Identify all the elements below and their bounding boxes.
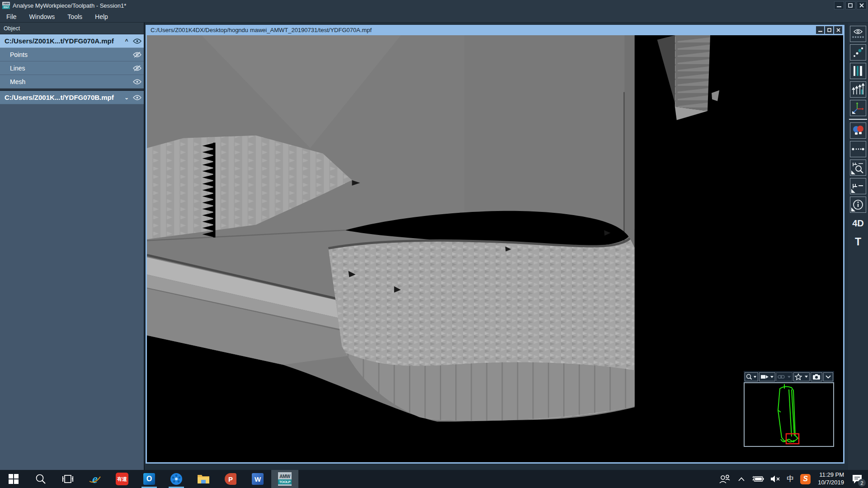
title-bar[interactable]: AMW DOLF Analyse MyWorkpiece/Toolpath - … — [0, 0, 868, 11]
measure-tool[interactable] — [850, 178, 866, 194]
close-button[interactable] — [857, 1, 867, 9]
lines-display-tool[interactable] — [850, 63, 866, 79]
visibility-eye-icon[interactable] — [130, 95, 144, 100]
notification-badge: 2 — [858, 479, 866, 487]
app-logo-icon: AMW DOLF — [2, 2, 10, 9]
stats-arrows-icon — [852, 83, 864, 96]
minimap-favorite-button[interactable] — [793, 372, 810, 381]
start-button[interactable] — [0, 470, 27, 488]
chevron-up-icon — [738, 477, 745, 481]
hidden-icons-button[interactable] — [734, 470, 749, 488]
youdao-icon: 有道 — [116, 473, 128, 485]
taskbar-word[interactable]: W — [244, 470, 271, 488]
internet-explorer-icon: e — [89, 473, 101, 485]
menu-file[interactable]: File — [0, 12, 23, 22]
visibility-eye-off-icon[interactable] — [130, 65, 144, 71]
file-b-path: C:/Users/Z001K...t/YDFG070B.mpf — [5, 94, 114, 101]
volume-button[interactable] — [767, 470, 783, 488]
visibility-eye-icon[interactable] — [130, 79, 144, 84]
coordinate-system-tool[interactable] — [850, 100, 866, 116]
sogou-input-button[interactable]: S — [797, 470, 814, 488]
powerpoint-icon: P — [225, 473, 236, 485]
menu-help[interactable]: Help — [89, 12, 114, 22]
minimap-snapshot-button[interactable] — [811, 372, 823, 381]
minimap-preview[interactable] — [744, 382, 834, 447]
3d-viewport-canvas[interactable] — [147, 35, 843, 462]
info-icon — [853, 199, 863, 210]
4d-label: 4D — [852, 218, 864, 229]
taskbar-powerpoint[interactable]: P — [217, 470, 244, 488]
menu-windows[interactable]: Windows — [23, 12, 61, 22]
taskbar-media-player[interactable] — [163, 470, 190, 488]
visibility-eye-off-icon[interactable] — [130, 52, 144, 58]
caliper-icon — [852, 183, 864, 189]
visibility-eye-icon[interactable] — [130, 38, 144, 44]
text-tool[interactable]: T — [850, 234, 866, 250]
viewport-maximize-button[interactable] — [825, 26, 833, 34]
caliper-magnifier-icon — [852, 162, 864, 174]
sogou-icon: S — [800, 474, 811, 484]
taskbar-clock[interactable]: 11:29 PM 10/7/2019 — [814, 471, 848, 487]
window-title: Analyse MyWorkpiece/Toolpath - Session1* — [13, 2, 126, 9]
taskbar-outlook[interactable]: O — [136, 470, 163, 488]
tree-item-lines[interactable]: Lines — [0, 61, 144, 75]
taskbar-file-explorer[interactable] — [190, 470, 217, 488]
tree-item-mesh[interactable]: Mesh — [0, 75, 144, 89]
viewport-title: C:/Users/Z001K4DX/Desktop/hogndu mawei_A… — [151, 27, 372, 33]
search-icon — [35, 474, 46, 484]
expand-chevron-icon[interactable]: ⌄ — [123, 94, 130, 101]
collapse-chevron-icon[interactable]: ^ — [123, 38, 130, 44]
minimize-button[interactable] — [834, 1, 844, 9]
light-settings-tool[interactable] — [850, 122, 866, 139]
taskbar-amw-toolpath-active[interactable]: AMW TOOLP — [271, 470, 298, 488]
tree-item-file-b[interactable]: C:/Users/Z001K...t/YDFG070B.mpf ⌄ — [0, 91, 144, 104]
action-center-button[interactable]: 2 — [848, 470, 868, 488]
powerpoint-letter: P — [225, 473, 236, 485]
clock-date: 10/7/2019 — [818, 479, 844, 487]
toolpath-points-tool[interactable] — [850, 141, 866, 157]
toolbar-separator — [849, 119, 867, 120]
statistics-tool[interactable] — [850, 81, 866, 98]
menu-tools[interactable]: Tools — [61, 12, 89, 22]
show-points-tool[interactable] — [850, 26, 866, 42]
minimap-wireframe — [745, 383, 833, 446]
taskbar-internet-explorer[interactable]: e — [81, 470, 108, 488]
minimap-link-button[interactable] — [776, 372, 793, 381]
app-window: AMW DOLF Analyse MyWorkpiece/Toolpath - … — [0, 0, 868, 488]
task-view-button[interactable] — [54, 470, 81, 488]
minimap-expand-button[interactable] — [823, 372, 833, 381]
amw-line1: AMW — [278, 474, 292, 479]
points-label: Points — [10, 51, 28, 58]
measure-zoom-tool[interactable] — [850, 160, 866, 176]
minimap-view-camera-button[interactable] — [759, 372, 775, 381]
tree-item-points[interactable]: Points — [0, 48, 144, 61]
taskbar: e 有道 O P W AMW TOOLP — [0, 470, 868, 488]
viewport-title-bar[interactable]: C:/Users/Z001K4DX/Desktop/hogndu mawei_A… — [147, 25, 843, 35]
tree-item-file-a[interactable]: C:/Users/Z001K...t/YDFG070A.mpf ^ — [0, 34, 144, 48]
search-button[interactable] — [27, 470, 54, 488]
system-tray: 中 S 11:29 PM 10/7/2019 2 — [716, 470, 868, 488]
outlook-icon: O — [143, 473, 155, 485]
people-button[interactable] — [716, 470, 734, 488]
ime-indicator[interactable]: 中 — [783, 470, 797, 488]
3d-mesh-scene — [147, 35, 843, 462]
info-tool[interactable] — [850, 197, 866, 213]
vertical-bars-icon — [853, 65, 863, 77]
word-letter: W — [252, 473, 264, 485]
points-display-tool[interactable] — [850, 44, 866, 61]
axes-triad-icon — [852, 102, 864, 114]
volume-muted-icon — [770, 475, 780, 483]
people-icon — [719, 474, 731, 483]
taskbar-youdao[interactable]: 有道 — [108, 470, 136, 488]
viewport-minimize-button[interactable] — [816, 26, 824, 34]
battery-charging-icon — [752, 476, 764, 482]
minimap-zoom-button[interactable] — [745, 372, 758, 381]
object-panel-header: Object — [0, 23, 144, 34]
viewport-close-button[interactable] — [834, 26, 842, 34]
4d-view-tool[interactable]: 4D — [850, 215, 866, 231]
eye-over-dots-icon — [852, 28, 864, 40]
mesh-label: Mesh — [10, 78, 25, 85]
t-label: T — [855, 236, 861, 248]
maximize-button[interactable] — [845, 1, 855, 9]
battery-button[interactable] — [749, 470, 767, 488]
